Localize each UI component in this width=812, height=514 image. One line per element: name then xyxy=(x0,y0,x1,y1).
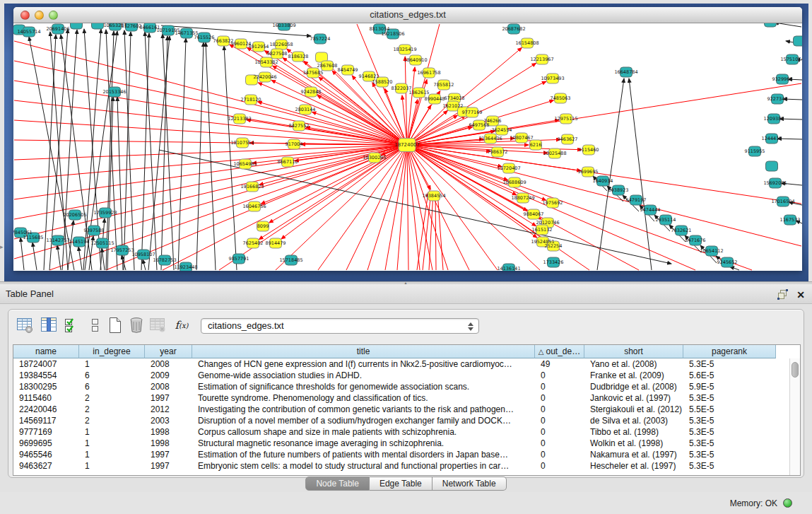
network-edge[interactable] xyxy=(148,36,170,270)
network-edge[interactable] xyxy=(407,145,498,270)
table-row[interactable]: 1872400712008Changes of HCN gene express… xyxy=(13,358,791,370)
table-row[interactable]: 969969511998Structural magnetic resonanc… xyxy=(13,438,791,449)
network-edge[interactable] xyxy=(407,145,408,270)
tab-network-table[interactable]: Network Table xyxy=(433,477,507,491)
new-table-icon[interactable] xyxy=(106,316,124,334)
network-node-label: 21364436 xyxy=(478,136,502,141)
network-node-label: 8938923 xyxy=(608,187,629,193)
column-header-pagerank[interactable]: pagerank xyxy=(683,345,776,358)
float-panel-icon[interactable] xyxy=(777,289,788,300)
table-cell: 9699695 xyxy=(13,438,79,449)
network-edge[interactable] xyxy=(407,145,502,167)
network-edge[interactable] xyxy=(346,145,407,270)
table-cell: Tourette syndrome. Phenomenology and cla… xyxy=(192,392,535,404)
table-row[interactable]: 1456911722003Disruption of a novel membe… xyxy=(13,415,791,426)
network-node-label: 6497568 xyxy=(469,122,490,128)
network-view-window[interactable]: citations_edges.txt 14055714206914061065… xyxy=(13,7,802,271)
table-row[interactable]: 2242004622012Investigating the contribut… xyxy=(13,404,791,415)
network-edge[interactable] xyxy=(258,102,407,145)
network-node[interactable] xyxy=(92,23,104,29)
network-edge[interactable] xyxy=(407,145,537,238)
network-node-label: 1115685 xyxy=(23,235,44,240)
network-edge[interactable] xyxy=(407,145,548,153)
network-node[interactable] xyxy=(71,23,83,29)
column-header-year[interactable]: year xyxy=(145,345,192,358)
network-edge[interactable] xyxy=(385,145,407,270)
delete-table-icon[interactable] xyxy=(127,316,146,334)
network-node-label: 3624554 xyxy=(492,127,512,133)
network-node-label: 3475685 xyxy=(303,70,324,76)
network-node-label: 1975692 xyxy=(543,200,563,206)
select-columns-icon[interactable] xyxy=(62,316,81,334)
network-edge[interactable] xyxy=(117,97,123,270)
network-node[interactable] xyxy=(794,36,803,46)
network-edge[interactable] xyxy=(206,42,216,270)
close-panel-icon[interactable]: ✕ xyxy=(796,290,805,300)
network-node-label: 6734028 xyxy=(445,95,465,101)
table-cell: 5.3E-5 xyxy=(683,426,776,438)
network-node-label: 9146821 xyxy=(359,74,379,79)
tab-edge-table[interactable]: Edge Table xyxy=(370,477,433,491)
table-row[interactable]: 1830029562008Estimation of significance … xyxy=(13,381,791,392)
network-edge[interactable] xyxy=(141,33,149,270)
network-window-titlebar[interactable]: citations_edges.txt xyxy=(13,7,802,23)
table-panel-header: Table Panel ✕ xyxy=(0,284,812,304)
table-row[interactable]: 1938455462009Genome-wide association stu… xyxy=(13,370,791,381)
table-vertical-scrollbar[interactable] xyxy=(789,358,800,475)
table-cell: 1 xyxy=(79,358,145,370)
column-header-title[interactable]: title xyxy=(192,345,535,358)
column-header-in_degree[interactable]: in_degree xyxy=(79,345,145,358)
network-edge[interactable] xyxy=(437,192,443,270)
table-row[interactable]: 911546021997Tourette syndrome. Phenomeno… xyxy=(13,392,791,404)
network-edge[interactable] xyxy=(143,259,146,270)
row-height-icon[interactable] xyxy=(86,316,105,334)
collapse-panel-arrow-icon[interactable]: ▸ xyxy=(0,243,4,250)
network-edge[interactable] xyxy=(224,46,237,270)
network-node-label: 18226058 xyxy=(269,42,293,47)
citation-network-graph[interactable]: 1405571420691406106532871527602846616110… xyxy=(13,23,802,271)
table-cell: 0 xyxy=(535,404,584,415)
show-column-icon[interactable] xyxy=(40,316,58,334)
maximize-window-button[interactable] xyxy=(49,11,58,20)
network-edge[interactable] xyxy=(62,30,77,270)
network-node[interactable] xyxy=(765,23,777,27)
network-edge[interactable] xyxy=(281,145,407,239)
scrollbar-thumb[interactable] xyxy=(792,362,799,378)
column-header-out_de[interactable]: △out_de… xyxy=(535,345,584,358)
tab-node-table[interactable]: Node Table xyxy=(305,477,370,491)
network-canvas[interactable]: 1405571420691406106532871527602846616110… xyxy=(13,23,802,271)
table-row[interactable]: 946554611997Estimation of the future num… xyxy=(13,449,791,460)
network-edge[interactable] xyxy=(33,243,37,270)
network-edge[interactable] xyxy=(124,30,134,270)
network-edge[interactable] xyxy=(14,100,407,145)
table-source-select[interactable]: citations_edges.txt xyxy=(201,318,479,334)
network-node-label: 7625402 xyxy=(243,240,264,246)
table-cell: Wolkin et al. (1998) xyxy=(584,438,683,449)
table-row[interactable]: 946362711997Embryonic stem cells: a mode… xyxy=(13,460,791,472)
delete-column-icon[interactable] xyxy=(148,316,167,334)
table-settings-icon[interactable] xyxy=(16,316,34,334)
network-edge[interactable] xyxy=(20,238,24,270)
network-edge[interactable] xyxy=(78,247,82,270)
network-node-label: 17957253 xyxy=(110,247,134,253)
network-edge[interactable] xyxy=(259,145,407,185)
column-header-short[interactable]: short xyxy=(584,345,683,358)
network-node[interactable] xyxy=(766,161,778,171)
network-edge[interactable] xyxy=(159,150,671,264)
close-window-button[interactable] xyxy=(20,11,30,20)
network-edge[interactable] xyxy=(597,78,624,270)
function-builder-icon[interactable]: f(x) xyxy=(172,316,191,334)
network-node-label: 8990448 xyxy=(425,96,445,102)
network-edge[interactable] xyxy=(397,145,407,270)
minimize-window-button[interactable] xyxy=(35,11,44,20)
table-cell: 5.3E-5 xyxy=(683,460,776,472)
table-row[interactable]: 977716911998Corpus callosum shape and si… xyxy=(13,426,791,438)
network-edge[interactable] xyxy=(196,42,204,270)
status-bar: Memory: OK xyxy=(0,492,812,514)
column-header-name[interactable]: name xyxy=(13,345,79,358)
network-node-label: 2867608 xyxy=(317,63,338,69)
network-edge[interactable] xyxy=(775,23,801,27)
network-edge[interactable] xyxy=(407,145,546,200)
network-edge[interactable] xyxy=(44,35,56,270)
table-cell: 0 xyxy=(535,449,584,460)
